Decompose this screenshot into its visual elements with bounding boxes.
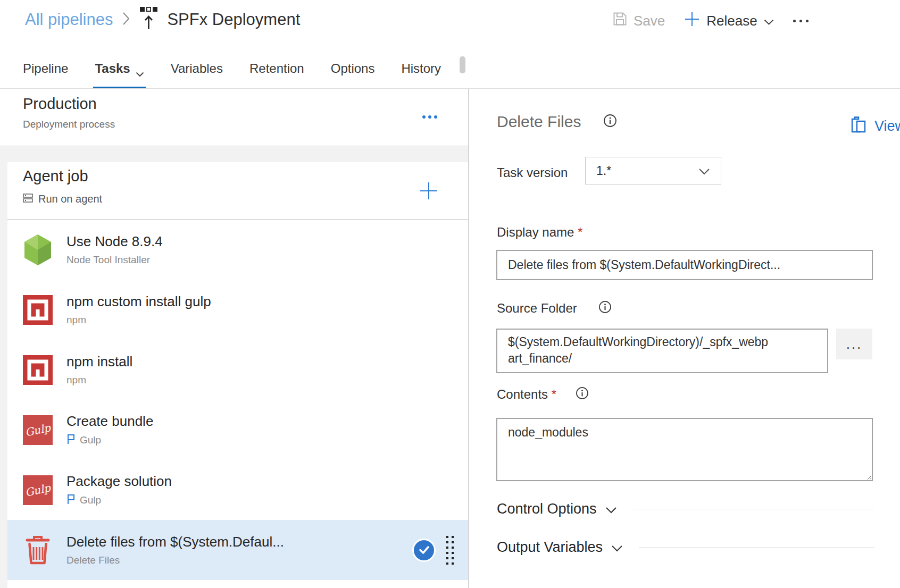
info-icon[interactable] <box>598 300 612 316</box>
plus-icon <box>684 11 700 31</box>
contents-input[interactable] <box>496 418 873 481</box>
task-settings-panel: Delete Files View Task version 1.* <box>469 89 900 588</box>
flag-icon <box>66 434 76 447</box>
tab-retention[interactable]: Retention <box>249 54 304 88</box>
source-folder-input[interactable] <box>496 329 828 373</box>
section-rule <box>639 547 874 548</box>
task-row-package-solution[interactable]: Gulp Package solution Gulp <box>7 460 468 520</box>
stage-name: Production <box>23 95 97 113</box>
section-rule <box>633 509 874 509</box>
view-yaml-link[interactable]: View <box>850 115 900 137</box>
trash-icon <box>23 535 53 565</box>
browse-source-folder-button[interactable]: ... <box>836 329 872 359</box>
tasks-panel: Production Deployment process Agent job … <box>0 89 468 588</box>
tab-options[interactable]: Options <box>331 54 375 88</box>
gulp-icon: Gulp <box>23 475 53 505</box>
contents-label-row: Contents * <box>497 387 589 402</box>
tab-pipeline[interactable]: Pipeline <box>23 54 68 88</box>
page-title: SPFx Deployment <box>167 10 300 29</box>
breadcrumb: All pipelines SPFx Deployment <box>25 6 300 33</box>
tab-history[interactable]: History <box>401 54 441 88</box>
task-list: Use Node 8.9.4 Node Tool Installer npm c… <box>7 220 468 588</box>
required-marker: * <box>578 225 582 239</box>
drag-handle[interactable] <box>446 536 454 565</box>
header-actions: Save Release <box>613 9 809 33</box>
release-label: Release <box>706 13 757 29</box>
add-task-button[interactable] <box>419 181 438 203</box>
task-row-create-bundle[interactable]: Gulp Create bundle Gulp <box>7 400 468 460</box>
new-release-button[interactable]: Release <box>684 11 773 31</box>
node-icon <box>23 235 53 265</box>
required-marker: * <box>552 387 556 401</box>
save-label: Save <box>634 13 665 29</box>
tab-variables[interactable]: Variables <box>171 54 223 88</box>
gulp-icon: Gulp <box>23 415 53 445</box>
display-name-input[interactable] <box>496 250 873 280</box>
npm-icon <box>23 355 53 385</box>
panel-heading: Delete Files <box>497 113 617 131</box>
clipboard-icon <box>850 115 867 137</box>
info-icon[interactable] <box>576 387 589 402</box>
agent-job-card[interactable]: Agent job Run on agent <box>7 162 468 220</box>
more-actions-button[interactable] <box>793 20 809 22</box>
chevron-down-icon <box>136 65 144 88</box>
save-icon <box>613 12 627 30</box>
chevron-down-icon <box>611 544 623 554</box>
info-icon[interactable] <box>603 114 617 130</box>
agent-rack-icon <box>23 193 33 205</box>
release-definition-icon <box>139 6 157 33</box>
display-name-label: Display name * <box>497 225 582 240</box>
left-panel-scrollbar[interactable] <box>460 56 465 73</box>
breadcrumb-chevron-icon <box>122 12 130 28</box>
breadcrumb-all-pipelines-link[interactable]: All pipelines <box>25 10 113 29</box>
output-variables-section[interactable]: Output Variables <box>497 539 874 556</box>
control-options-section[interactable]: Control Options <box>497 501 874 517</box>
stage-header: Production Deployment process <box>0 89 468 146</box>
tab-bar: Pipeline Tasks Variables Retention Optio… <box>23 54 441 88</box>
task-row-npm-install[interactable]: npm install npm <box>7 340 468 400</box>
source-folder-label-row: Source Folder <box>497 300 612 316</box>
task-enabled-check-icon[interactable] <box>412 539 436 562</box>
chevron-down-icon <box>698 164 710 178</box>
flag-icon <box>66 494 76 507</box>
chevron-down-icon <box>764 13 774 29</box>
stage-subtitle: Deployment process <box>23 119 115 130</box>
task-version-label: Task version <box>497 165 568 180</box>
stage-more-button[interactable] <box>422 115 437 119</box>
task-row-use-node[interactable]: Use Node 8.9.4 Node Tool Installer <box>7 220 468 280</box>
task-version-select[interactable]: 1.* <box>585 157 721 184</box>
task-type-title: Delete Files <box>497 113 581 131</box>
agent-job-subtitle: Run on agent <box>23 193 102 205</box>
npm-icon <box>23 295 53 325</box>
task-row-npm-custom[interactable]: npm custom install gulp npm <box>7 280 468 340</box>
chevron-down-icon <box>605 506 617 516</box>
task-row-delete-files[interactable]: Delete files from $(System.Defaul... Del… <box>7 520 468 580</box>
tab-tasks[interactable]: Tasks <box>95 54 144 88</box>
pipeline-editor: All pipelines SPFx Deployment <box>0 0 900 588</box>
agent-job-title: Agent job <box>23 167 88 185</box>
save-button[interactable]: Save <box>613 12 665 30</box>
